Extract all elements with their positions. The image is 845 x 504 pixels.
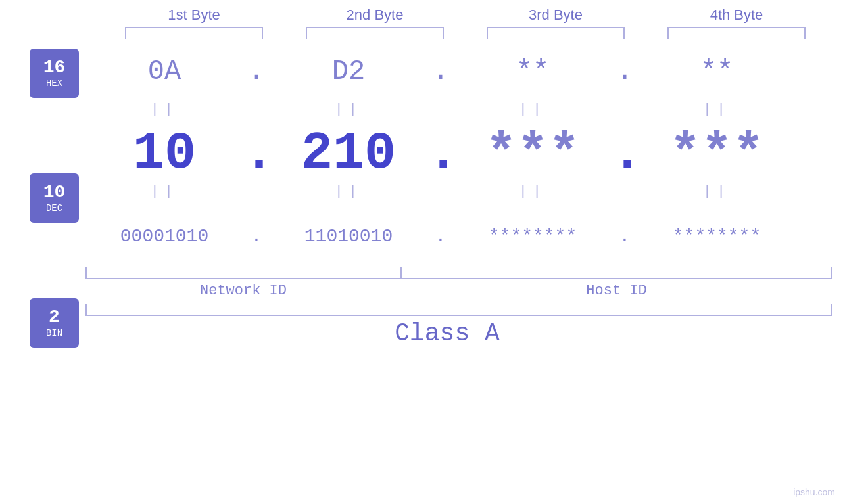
eq1-b2: || <box>270 101 427 118</box>
byte3-header: 3rd Byte <box>477 7 635 24</box>
hex-dot3: . <box>612 56 638 87</box>
bracket-top-2 <box>306 27 444 39</box>
hex-row: 0A . D2 . ** . ** <box>85 45 832 98</box>
dec-badge: 10 DEC <box>30 173 79 223</box>
bottom-brackets <box>85 267 832 279</box>
bracket-network <box>85 267 401 279</box>
bracket-top-1 <box>125 27 263 39</box>
eq1-b1: || <box>85 101 243 118</box>
hex-number: 16 <box>43 58 66 77</box>
bin-row: 00001010 . 11010010 . ******** . <box>85 210 832 262</box>
hex-byte1: 0A <box>85 56 243 87</box>
eq2-b2: || <box>270 183 427 200</box>
dec-byte1: 10 <box>85 127 243 180</box>
bin-number: 2 <box>49 308 60 327</box>
bin-label: BIN <box>46 328 62 338</box>
hex-byte2: D2 <box>270 56 427 87</box>
dec-row: 10 . 210 . *** . *** <box>85 127 832 180</box>
hex-dot2: . <box>427 56 454 87</box>
eq1-b4: || <box>638 101 796 118</box>
eq2-b3: || <box>454 183 612 200</box>
dec-label: DEC <box>46 203 62 214</box>
dec-byte4: *** <box>638 124 796 184</box>
dec-dot2: . <box>427 127 454 180</box>
byte4-header: 4th Byte <box>658 7 815 24</box>
bin-byte3: ******** <box>454 226 612 246</box>
main-container: 1st Byte 2nd Byte 3rd Byte 4th Byte 16 H… <box>0 0 845 504</box>
bin-byte4: ******** <box>638 226 796 246</box>
equals-row-1: || || || || <box>85 98 832 121</box>
data-area: 0A . D2 . ** . ** <box>85 45 845 504</box>
hex-byte4: ** <box>638 56 796 87</box>
hex-dot1: . <box>243 56 270 87</box>
bin-byte1: 00001010 <box>85 226 243 246</box>
bin-dot3: . <box>612 226 638 246</box>
dec-byte3: *** <box>454 124 612 184</box>
byte2-header: 2nd Byte <box>296 7 454 24</box>
bin-dot2: . <box>427 226 454 246</box>
dec-dot3: . <box>612 127 638 180</box>
bracket-host <box>401 267 832 279</box>
big-bracket <box>85 304 832 316</box>
eq2-b4: || <box>638 183 796 200</box>
watermark: ipshu.com <box>793 487 835 497</box>
hex-byte3: ** <box>454 56 612 87</box>
bin-byte2: 11010010 <box>270 226 427 246</box>
hex-badge: 16 HEX <box>30 49 79 98</box>
dec-number: 10 <box>43 183 66 202</box>
class-label: Class A <box>85 319 809 348</box>
bracket-top-3 <box>487 27 625 39</box>
left-badges: 16 HEX 10 DEC 2 BIN <box>0 49 85 504</box>
host-id-label: Host ID <box>401 283 832 299</box>
network-id-label: Network ID <box>85 283 401 299</box>
hex-label: HEX <box>46 78 62 89</box>
top-brackets <box>104 27 827 39</box>
dec-byte2: 210 <box>270 127 427 180</box>
bin-dot1: . <box>243 226 270 246</box>
eq2-b1: || <box>85 183 243 200</box>
byte1-header: 1st Byte <box>115 7 273 24</box>
section-labels: Network ID Host ID <box>85 283 832 299</box>
dec-dot1: . <box>243 127 270 180</box>
bracket-top-4 <box>667 27 806 39</box>
bin-badge: 2 BIN <box>30 298 79 348</box>
byte-headers: 1st Byte 2nd Byte 3rd Byte 4th Byte <box>104 7 827 24</box>
eq1-b3: || <box>454 101 612 118</box>
